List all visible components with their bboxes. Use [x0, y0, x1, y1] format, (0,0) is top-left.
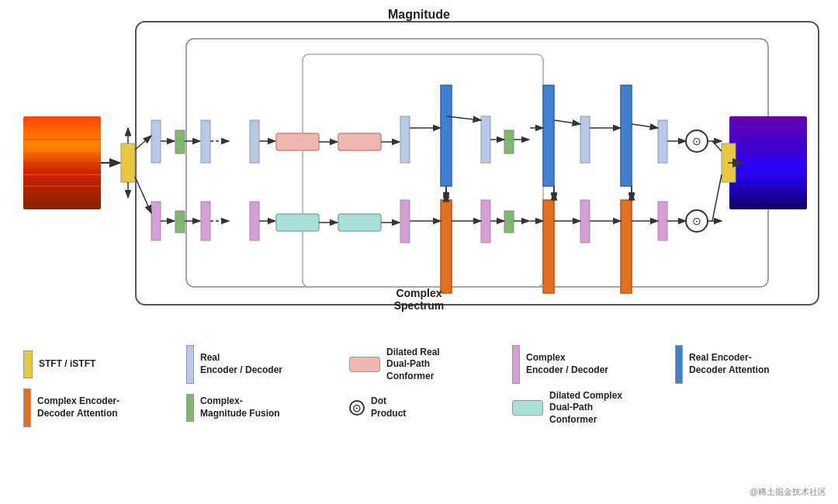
- svg-line-95: [712, 174, 722, 221]
- svg-text:⊙: ⊙: [692, 215, 701, 227]
- svg-rect-66: [276, 214, 319, 231]
- svg-rect-64: [250, 202, 259, 240]
- svg-rect-84: [621, 200, 632, 293]
- svg-rect-31: [276, 133, 319, 150]
- svg-rect-58: [151, 202, 161, 240]
- svg-rect-47: [580, 116, 590, 163]
- legend-real-enc-dec: RealEncoder / Decoder: [186, 345, 341, 384]
- svg-line-103: [135, 136, 151, 150]
- svg-rect-27: [201, 120, 210, 163]
- stft-label: STFT / iSTFT: [39, 358, 95, 371]
- real-enc-dec-label: RealEncoder / Decoder: [200, 352, 282, 376]
- legend-dilated-complex: Dilated ComplexDual-PathConformer: [512, 388, 667, 427]
- dilated-complex-label: Dilated ComplexDual-PathConformer: [549, 390, 622, 426]
- legend-area: STFT / iSTFT RealEncoder / Decoder Dilat…: [0, 333, 838, 504]
- svg-rect-62: [201, 202, 210, 240]
- legend-real-enc-dec-attn: Real Encoder-Decoder Attention: [675, 345, 830, 384]
- dot-product-swatch: ⊙: [349, 400, 365, 416]
- real-enc-dec-attn-swatch: [675, 345, 683, 384]
- legend-dot-product: ⊙ DotProduct: [349, 388, 504, 427]
- legend-stft: STFT / iSTFT: [23, 345, 178, 384]
- svg-line-53: [632, 124, 658, 128]
- svg-rect-29: [250, 120, 259, 163]
- legend-dilated-real: Dilated RealDual-PathConformer: [349, 345, 504, 384]
- subtitle: ComplexSpectrum: [394, 287, 445, 312]
- svg-rect-74: [481, 200, 490, 243]
- svg-rect-23: [151, 120, 161, 163]
- stft-swatch: [23, 350, 33, 378]
- dilated-complex-swatch: [512, 400, 543, 416]
- svg-rect-33: [338, 133, 381, 150]
- diagram-area: Magnitude: [0, 0, 838, 333]
- svg-rect-82: [580, 200, 590, 243]
- svg-rect-76: [504, 211, 514, 233]
- svg-rect-52: [658, 120, 667, 163]
- svg-line-94: [712, 141, 722, 151]
- real-enc-dec-swatch: [186, 345, 194, 384]
- svg-rect-68: [338, 214, 381, 231]
- svg-rect-2: [303, 54, 543, 287]
- svg-rect-79: [543, 200, 554, 293]
- dilated-real-swatch: [349, 357, 380, 372]
- svg-rect-39: [481, 116, 490, 163]
- legend-complex-mag-fusion: Complex-Magnitude Fusion: [186, 388, 341, 427]
- svg-rect-1: [186, 39, 768, 287]
- svg-rect-36: [441, 85, 452, 186]
- complex-enc-dec-label: ComplexEncoder / Decoder: [526, 352, 608, 376]
- complex-mag-fusion-swatch: [186, 394, 194, 422]
- real-enc-dec-attn-label: Real Encoder-Decoder Attention: [689, 352, 770, 376]
- svg-text:⊙: ⊙: [692, 135, 701, 147]
- svg-rect-41: [504, 130, 514, 154]
- svg-rect-20: [121, 143, 135, 182]
- svg-rect-71: [441, 200, 452, 293]
- watermark: @稀土掘金技术社区: [750, 486, 826, 498]
- architecture-diagram: ⊙: [0, 0, 838, 333]
- svg-rect-87: [658, 202, 667, 240]
- dot-product-label: DotProduct: [371, 395, 406, 419]
- svg-line-48: [554, 120, 580, 124]
- svg-rect-60: [175, 211, 185, 233]
- complex-enc-dec-attn-label: Complex Encoder-Decoder Attention: [37, 395, 119, 419]
- legend-grid: STFT / iSTFT RealEncoder / Decoder Dilat…: [23, 341, 815, 432]
- svg-rect-35: [400, 116, 410, 163]
- legend-complex-enc-dec: ComplexEncoder / Decoder: [512, 345, 667, 384]
- legend-complex-enc-dec-attn: Complex Encoder-Decoder Attention: [23, 388, 178, 427]
- complex-enc-dec-attn-swatch: [23, 388, 31, 427]
- complex-enc-dec-swatch: [512, 345, 520, 384]
- complex-mag-fusion-label: Complex-Magnitude Fusion: [200, 395, 280, 419]
- svg-rect-70: [400, 200, 410, 243]
- dilated-real-label: Dilated RealDual-PathConformer: [386, 347, 440, 383]
- svg-rect-25: [175, 130, 185, 154]
- svg-rect-49: [621, 85, 632, 186]
- svg-line-104: [135, 177, 151, 213]
- svg-rect-44: [543, 85, 554, 186]
- svg-rect-0: [136, 22, 819, 305]
